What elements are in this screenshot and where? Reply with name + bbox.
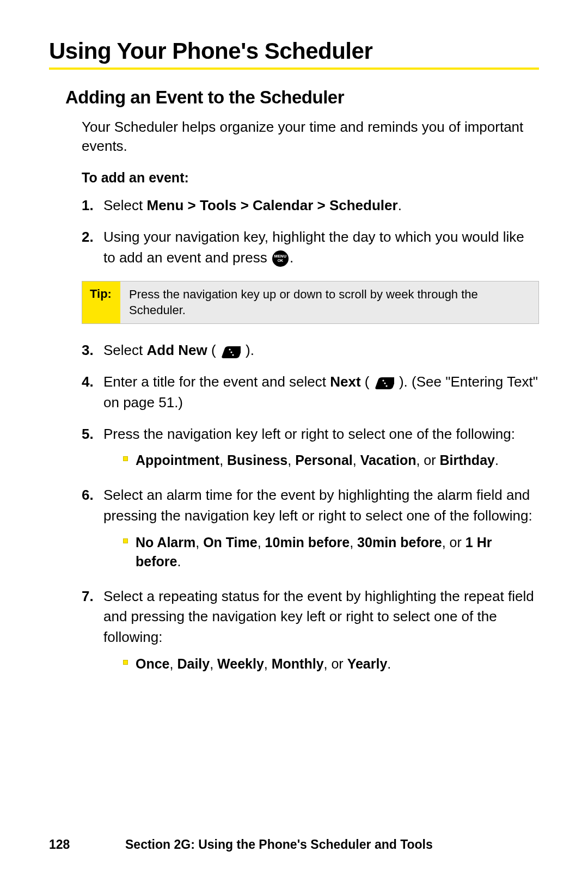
svg-point-3 xyxy=(382,380,384,382)
sub-bullet: Once, Daily, Weekly, Monthly, or Yearly. xyxy=(123,654,539,673)
step-4: 4. Enter a title for the event and selec… xyxy=(82,372,539,413)
page-footer: 128 Section 2G: Using the Phone's Schedu… xyxy=(49,837,539,852)
step-7: 7. Select a repeating status for the eve… xyxy=(82,586,539,678)
step-text: Enter a title for the event and select xyxy=(103,373,330,390)
step-number: 3. xyxy=(82,340,103,361)
step-text: Select xyxy=(103,342,147,358)
step-number: 7. xyxy=(82,586,103,678)
page-number: 128 xyxy=(49,837,125,852)
softkey-icon xyxy=(221,345,241,359)
step-6: 6. Select an alarm time for the event by… xyxy=(82,485,539,575)
step-text: Select xyxy=(103,197,147,213)
step-5: 5. Press the navigation key left or righ… xyxy=(82,424,539,475)
step-text: . xyxy=(290,249,293,266)
bullet-icon xyxy=(123,660,128,665)
tip-callout: Tip: Press the navigation key up or down… xyxy=(82,281,539,324)
softkey-icon xyxy=(375,376,394,390)
svg-point-2 xyxy=(232,354,234,356)
menu-ok-button-icon: MENUOK xyxy=(272,250,289,267)
procedure-lead-in: To add an event: xyxy=(82,170,539,186)
step-number: 6. xyxy=(82,485,103,575)
intro-paragraph: Your Scheduler helps organize your time … xyxy=(82,118,534,156)
step-text: Select an alarm time for the event by hi… xyxy=(103,487,532,524)
step-text: ( xyxy=(361,373,373,390)
step-text: ). xyxy=(242,342,254,358)
step-number: 5. xyxy=(82,424,103,475)
step-3: 3. Select Add New ( ). xyxy=(82,340,539,361)
svg-point-4 xyxy=(384,383,385,384)
section-title: Adding an Event to the Scheduler xyxy=(65,87,539,108)
step-text: Select a repeating status for the event … xyxy=(103,588,534,645)
step-number: 1. xyxy=(82,195,103,216)
page-title: Using Your Phone's Scheduler xyxy=(49,38,539,70)
sub-bullet: Appointment, Business, Personal, Vacatio… xyxy=(123,451,539,470)
step-number: 4. xyxy=(82,372,103,413)
bullet-icon xyxy=(123,538,128,543)
bullet-icon xyxy=(123,456,128,461)
tip-label: Tip: xyxy=(82,281,120,323)
section-label: Section 2G: Using the Phone's Scheduler … xyxy=(125,837,539,852)
menu-path: Menu > Tools > Calendar > Scheduler xyxy=(147,197,398,213)
step-1: 1. Select Menu > Tools > Calendar > Sche… xyxy=(82,195,539,216)
action-label: Next xyxy=(330,373,360,390)
step-text: Press the navigation key left or right t… xyxy=(103,426,515,442)
action-label: Add New xyxy=(147,342,207,358)
svg-point-0 xyxy=(229,348,230,350)
svg-point-1 xyxy=(230,351,232,353)
tip-body: Press the navigation key up or down to s… xyxy=(120,281,538,323)
step-text: ( xyxy=(207,342,220,358)
step-2: 2. Using your navigation key, highlight … xyxy=(82,227,539,268)
sub-bullet: No Alarm, On Time, 10min before, 30min b… xyxy=(123,533,539,571)
svg-point-5 xyxy=(385,385,387,387)
step-text: . xyxy=(398,197,402,213)
step-number: 2. xyxy=(82,227,103,268)
step-text: Using your navigation key, highlight the… xyxy=(103,229,524,266)
